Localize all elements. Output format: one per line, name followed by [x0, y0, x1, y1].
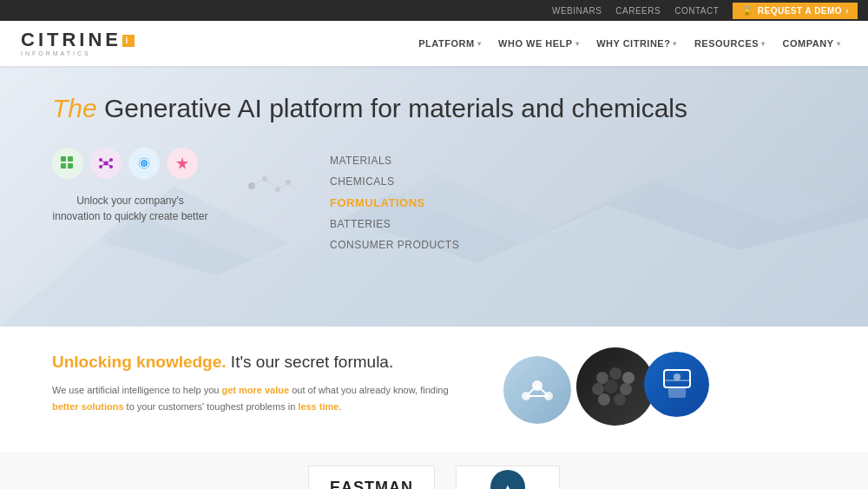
arrow-icon: › — [845, 6, 849, 16]
lab-image — [644, 352, 709, 417]
chevron-down-icon: ▾ — [837, 40, 841, 48]
nav-company[interactable]: COMPANY ▾ — [776, 35, 847, 52]
logos-section: EASTMAN ▲ — [0, 452, 868, 489]
second-logo-icon: ▲ — [504, 483, 512, 489]
beads-image — [576, 347, 654, 426]
svg-point-36 — [604, 380, 618, 393]
menu-item-batteries[interactable]: BATTERIES — [330, 215, 459, 234]
hero-menu-list: MATERIALS CHEMICALS FORMULATIONS BATTERI… — [330, 151, 459, 254]
section2-title: Unlocking knowledge. It's our secret for… — [52, 353, 451, 372]
less-time-link[interactable]: less time — [298, 401, 339, 412]
better-solutions-link[interactable]: better solutions — [52, 401, 124, 412]
second-logo-card: ▲ — [456, 466, 560, 489]
svg-rect-5 — [61, 163, 66, 169]
hero-left-panel: Unlock your company's innovation to quic… — [52, 148, 208, 224]
eastman-logo-card: EASTMAN — [308, 466, 435, 489]
svg-point-38 — [598, 393, 610, 406]
second-logo-circle: ▲ — [490, 470, 525, 489]
nav-platform[interactable]: PLATFORM ▾ — [411, 35, 488, 52]
svg-point-35 — [592, 383, 604, 395]
section2-left: Unlocking knowledge. It's our secret for… — [52, 353, 451, 414]
svg-line-29 — [526, 386, 537, 396]
svg-line-25 — [278, 182, 288, 189]
section2: Unlocking knowledge. It's our secret for… — [0, 327, 868, 452]
menu-item-formulations[interactable]: FORMULATIONS — [330, 193, 459, 213]
hero-section: The Generative AI platform for materials… — [0, 66, 868, 327]
star-icon-circle — [167, 148, 198, 179]
top-bar: WEBINARS CAREERS CONTACT 🔒 REQUEST A DEM… — [0, 0, 868, 21]
chevron-down-icon: ▾ — [673, 40, 677, 48]
menu-item-materials[interactable]: MATERIALS — [330, 151, 459, 170]
hero-body: Unlock your company's innovation to quic… — [52, 148, 816, 254]
nav-who-we-help[interactable]: WHO WE HELP ▾ — [491, 35, 586, 52]
svg-rect-4 — [68, 156, 73, 162]
careers-link[interactable]: CAREERS — [615, 6, 661, 16]
hero-icons — [52, 148, 198, 179]
connector — [243, 169, 295, 203]
network-icon-circle — [128, 148, 160, 179]
svg-line-30 — [537, 386, 549, 396]
webinars-link[interactable]: WEBINARS — [552, 6, 602, 16]
svg-point-37 — [620, 383, 632, 395]
navigation: CITRINEi INFORMATICS PLATFORM ▾ WHO WE H… — [0, 21, 868, 66]
lock-icon: 🔒 — [741, 5, 754, 17]
molecule-image — [503, 356, 571, 424]
nav-why-citrine[interactable]: WHY CITRINE? ▾ — [589, 35, 684, 52]
chevron-down-icon: ▾ — [575, 40, 580, 48]
molecule-icon-circle — [90, 148, 122, 179]
get-more-value-link[interactable]: get more value — [221, 385, 289, 395]
svg-line-23 — [252, 179, 265, 186]
logo-wordmark: CITRINEi — [21, 30, 135, 50]
svg-point-43 — [674, 373, 681, 380]
grid-icon-circle — [52, 148, 83, 179]
hero-subtitle-text: Unlock your company's innovation to quic… — [52, 193, 208, 224]
svg-line-24 — [265, 179, 278, 189]
contact-link[interactable]: CONTACT — [674, 6, 719, 16]
svg-rect-41 — [668, 387, 686, 398]
chevron-down-icon: ▾ — [477, 40, 482, 48]
svg-point-34 — [622, 372, 635, 384]
section2-description: We use artificial intelligence to help y… — [52, 382, 451, 414]
hero-content: The Generative AI platform for materials… — [52, 94, 816, 254]
svg-point-39 — [614, 393, 626, 406]
eastman-logo-text: EASTMAN — [330, 479, 413, 490]
svg-rect-6 — [68, 163, 73, 169]
hero-title: The Generative AI platform for materials… — [52, 94, 816, 123]
chevron-down-icon: ▾ — [761, 40, 766, 48]
logo[interactable]: CITRINEi INFORMATICS — [21, 30, 135, 56]
svg-point-33 — [609, 367, 621, 380]
nav-links: PLATFORM ▾ WHO WE HELP ▾ WHY CITRINE? ▾ … — [411, 35, 847, 52]
svg-point-18 — [143, 162, 146, 165]
svg-rect-3 — [61, 156, 66, 162]
logo-subtitle: INFORMATICS — [21, 50, 91, 56]
menu-item-chemicals[interactable]: CHEMICALS — [330, 172, 459, 191]
menu-item-consumer-products[interactable]: CONSUMER PRODUCTS — [330, 235, 459, 254]
section2-images — [503, 356, 709, 426]
request-demo-button[interactable]: 🔒 REQUEST A DEMO › — [733, 3, 858, 19]
nav-resources[interactable]: RESOURCES ▾ — [687, 35, 773, 52]
